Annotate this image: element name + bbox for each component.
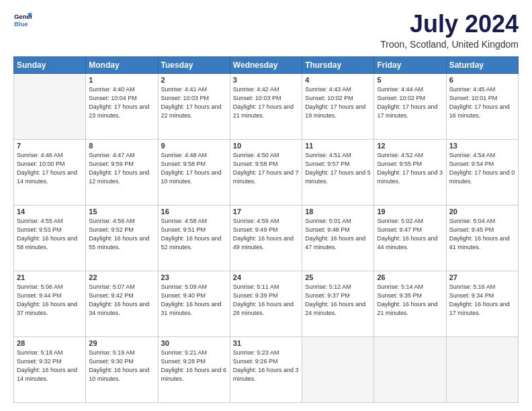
cell-text: Sunrise: 4:43 AM Sunset: 10:02 PM Daylig…	[305, 85, 371, 120]
calendar-cell: 9Sunrise: 4:48 AM Sunset: 9:58 PM Daylig…	[158, 139, 230, 205]
day-number: 15	[89, 208, 154, 216]
calendar-cell: 14Sunrise: 4:55 AM Sunset: 9:53 PM Dayli…	[14, 205, 86, 271]
cell-text: Sunrise: 4:48 AM Sunset: 9:58 PM Dayligh…	[161, 151, 227, 186]
calendar-cell: 30Sunrise: 5:21 AM Sunset: 9:28 PM Dayli…	[158, 336, 230, 402]
col-header-monday: Monday	[86, 56, 158, 73]
calendar-cell: 28Sunrise: 5:18 AM Sunset: 9:32 PM Dayli…	[14, 336, 86, 402]
logo-icon: General Blue	[13, 11, 32, 30]
col-header-saturday: Saturday	[446, 56, 518, 73]
calendar-cell: 4Sunrise: 4:43 AM Sunset: 10:02 PM Dayli…	[302, 73, 374, 139]
day-number: 21	[17, 273, 83, 281]
cell-text: Sunrise: 4:47 AM Sunset: 9:59 PM Dayligh…	[89, 151, 154, 186]
day-number: 19	[377, 208, 443, 216]
day-number: 8	[89, 142, 154, 150]
title-block: July 2024 Troon, Scotland, United Kingdo…	[380, 11, 519, 50]
week-row-5: 28Sunrise: 5:18 AM Sunset: 9:32 PM Dayli…	[14, 336, 519, 402]
week-row-4: 21Sunrise: 5:06 AM Sunset: 9:44 PM Dayli…	[14, 271, 519, 336]
calendar-cell: 8Sunrise: 4:47 AM Sunset: 9:59 PM Daylig…	[86, 139, 158, 205]
cell-text: Sunrise: 4:44 AM Sunset: 10:02 PM Daylig…	[377, 85, 443, 120]
calendar-cell: 29Sunrise: 5:19 AM Sunset: 9:30 PM Dayli…	[86, 336, 158, 402]
calendar-cell: 15Sunrise: 4:56 AM Sunset: 9:52 PM Dayli…	[86, 205, 158, 271]
logo: General Blue	[13, 11, 32, 30]
cell-text: Sunrise: 5:02 AM Sunset: 9:47 PM Dayligh…	[377, 217, 443, 252]
calendar-cell	[14, 73, 86, 139]
svg-text:Blue: Blue	[14, 20, 28, 28]
col-header-wednesday: Wednesday	[230, 56, 302, 73]
day-number: 5	[377, 76, 443, 84]
calendar-cell: 17Sunrise: 4:59 AM Sunset: 9:49 PM Dayli…	[230, 205, 302, 271]
day-number: 14	[17, 208, 83, 216]
calendar-cell: 3Sunrise: 4:42 AM Sunset: 10:03 PM Dayli…	[230, 73, 302, 139]
cell-text: Sunrise: 5:18 AM Sunset: 9:32 PM Dayligh…	[17, 349, 83, 383]
calendar-cell: 19Sunrise: 5:02 AM Sunset: 9:47 PM Dayli…	[374, 205, 446, 271]
calendar-cell: 25Sunrise: 5:12 AM Sunset: 9:37 PM Dayli…	[302, 271, 374, 336]
day-number: 28	[17, 339, 83, 347]
day-number: 17	[233, 208, 299, 216]
col-header-sunday: Sunday	[14, 56, 86, 73]
calendar-cell: 21Sunrise: 5:06 AM Sunset: 9:44 PM Dayli…	[14, 271, 86, 336]
cell-text: Sunrise: 4:59 AM Sunset: 9:49 PM Dayligh…	[233, 217, 299, 252]
calendar-cell: 5Sunrise: 4:44 AM Sunset: 10:02 PM Dayli…	[374, 73, 446, 139]
calendar-cell	[374, 336, 446, 402]
cell-text: Sunrise: 4:45 AM Sunset: 10:01 PM Daylig…	[449, 85, 515, 120]
day-number: 3	[233, 76, 299, 84]
calendar-header-row: SundayMondayTuesdayWednesdayThursdayFrid…	[14, 56, 519, 73]
calendar-cell: 24Sunrise: 5:11 AM Sunset: 9:39 PM Dayli…	[230, 271, 302, 336]
main-title: July 2024	[380, 11, 519, 38]
cell-text: Sunrise: 5:06 AM Sunset: 9:44 PM Dayligh…	[17, 283, 83, 318]
calendar-table: SundayMondayTuesdayWednesdayThursdayFrid…	[13, 56, 519, 403]
day-number: 24	[233, 273, 299, 281]
page: General Blue July 2024 Troon, Scotland, …	[0, 0, 532, 411]
cell-text: Sunrise: 4:55 AM Sunset: 9:53 PM Dayligh…	[17, 217, 83, 252]
day-number: 27	[449, 273, 515, 281]
day-number: 23	[161, 273, 227, 281]
cell-text: Sunrise: 4:50 AM Sunset: 9:58 PM Dayligh…	[233, 151, 299, 186]
cell-text: Sunrise: 4:42 AM Sunset: 10:03 PM Daylig…	[233, 85, 299, 120]
calendar-cell: 27Sunrise: 5:16 AM Sunset: 9:34 PM Dayli…	[446, 271, 518, 336]
day-number: 16	[161, 208, 227, 216]
week-row-1: 1Sunrise: 4:40 AM Sunset: 10:04 PM Dayli…	[14, 73, 519, 139]
calendar-cell: 20Sunrise: 5:04 AM Sunset: 9:45 PM Dayli…	[446, 205, 518, 271]
day-number: 9	[161, 142, 227, 150]
day-number: 12	[377, 142, 443, 150]
cell-text: Sunrise: 5:01 AM Sunset: 9:48 PM Dayligh…	[305, 217, 371, 252]
week-row-3: 14Sunrise: 4:55 AM Sunset: 9:53 PM Dayli…	[14, 205, 519, 271]
cell-text: Sunrise: 5:23 AM Sunset: 9:26 PM Dayligh…	[233, 349, 299, 383]
day-number: 30	[161, 339, 227, 347]
day-number: 20	[449, 208, 515, 216]
day-number: 18	[305, 208, 371, 216]
cell-text: Sunrise: 5:11 AM Sunset: 9:39 PM Dayligh…	[233, 283, 299, 318]
cell-text: Sunrise: 4:52 AM Sunset: 9:55 PM Dayligh…	[377, 151, 443, 186]
day-number: 10	[233, 142, 299, 150]
cell-text: Sunrise: 5:14 AM Sunset: 9:35 PM Dayligh…	[377, 283, 443, 318]
calendar-cell: 22Sunrise: 5:07 AM Sunset: 9:42 PM Dayli…	[86, 271, 158, 336]
cell-text: Sunrise: 5:07 AM Sunset: 9:42 PM Dayligh…	[89, 283, 154, 318]
cell-text: Sunrise: 5:16 AM Sunset: 9:34 PM Dayligh…	[449, 283, 515, 318]
cell-text: Sunrise: 5:04 AM Sunset: 9:45 PM Dayligh…	[449, 217, 515, 252]
day-number: 29	[89, 339, 154, 347]
cell-text: Sunrise: 4:41 AM Sunset: 10:03 PM Daylig…	[161, 85, 227, 120]
day-number: 25	[305, 273, 371, 281]
calendar-cell: 7Sunrise: 4:46 AM Sunset: 10:00 PM Dayli…	[14, 139, 86, 205]
calendar-cell: 13Sunrise: 4:54 AM Sunset: 9:54 PM Dayli…	[446, 139, 518, 205]
calendar-cell: 16Sunrise: 4:58 AM Sunset: 9:51 PM Dayli…	[158, 205, 230, 271]
calendar-cell: 26Sunrise: 5:14 AM Sunset: 9:35 PM Dayli…	[374, 271, 446, 336]
day-number: 4	[305, 76, 371, 84]
calendar-cell	[446, 336, 518, 402]
day-number: 7	[17, 142, 83, 150]
calendar-cell: 11Sunrise: 4:51 AM Sunset: 9:57 PM Dayli…	[302, 139, 374, 205]
day-number: 13	[449, 142, 515, 150]
cell-text: Sunrise: 5:21 AM Sunset: 9:28 PM Dayligh…	[161, 349, 227, 383]
day-number: 6	[449, 76, 515, 84]
calendar-cell: 2Sunrise: 4:41 AM Sunset: 10:03 PM Dayli…	[158, 73, 230, 139]
header: General Blue July 2024 Troon, Scotland, …	[13, 11, 519, 50]
calendar-cell: 1Sunrise: 4:40 AM Sunset: 10:04 PM Dayli…	[86, 73, 158, 139]
calendar-cell: 18Sunrise: 5:01 AM Sunset: 9:48 PM Dayli…	[302, 205, 374, 271]
col-header-friday: Friday	[374, 56, 446, 73]
calendar-cell: 6Sunrise: 4:45 AM Sunset: 10:01 PM Dayli…	[446, 73, 518, 139]
cell-text: Sunrise: 5:12 AM Sunset: 9:37 PM Dayligh…	[305, 283, 371, 318]
calendar-cell	[302, 336, 374, 402]
cell-text: Sunrise: 4:58 AM Sunset: 9:51 PM Dayligh…	[161, 217, 227, 252]
cell-text: Sunrise: 4:51 AM Sunset: 9:57 PM Dayligh…	[305, 151, 371, 186]
day-number: 26	[377, 273, 443, 281]
